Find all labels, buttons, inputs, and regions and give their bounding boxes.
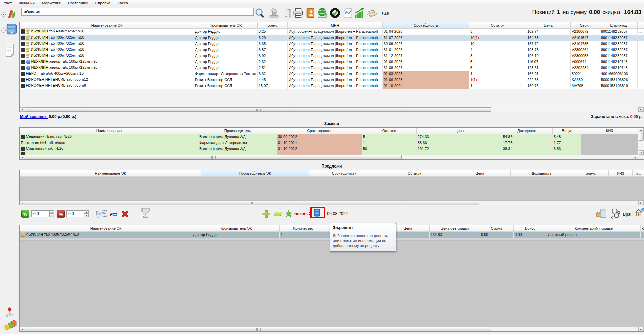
contacts-book-icon[interactable] <box>305 7 316 19</box>
search-icon[interactable] <box>254 7 266 19</box>
step-up-icon[interactable]: ▲ <box>84 210 89 214</box>
bonus-trophy-icon[interactable] <box>140 207 150 219</box>
stats-cubes-icon[interactable] <box>4 318 17 331</box>
column-header[interactable]: Цена <box>417 128 502 134</box>
cabinet-icon[interactable] <box>6 22 18 36</box>
add-plus-icon[interactable] <box>262 210 271 218</box>
column-header[interactable]: Бонус <box>514 225 547 231</box>
column-header[interactable]: Остаток <box>469 22 526 28</box>
cash-f10-label[interactable]: F10 <box>382 11 389 16</box>
discount-percent-input[interactable]: 0,0 <box>31 210 50 217</box>
menu-kassa[interactable]: Касса <box>114 0 132 6</box>
column-header[interactable]: Цена <box>449 170 511 176</box>
favorite-star-icon[interactable] <box>285 210 293 218</box>
column-header[interactable]: Серия <box>571 22 600 28</box>
column-header[interactable]: Производитель ЭК <box>192 225 280 231</box>
column-header[interactable]: Наименование <box>20 128 198 134</box>
table-row[interactable]: ИБУКЛИН юниор таб. 100мг/125мг n20Доктор… <box>20 59 644 65</box>
column-header[interactable]: КИЗ <box>609 170 633 176</box>
column-header[interactable]: Доходность <box>511 170 573 176</box>
scroll-down-icon[interactable] <box>639 150 644 155</box>
table-row[interactable]: Спазмалгон таб. №20Балканфарма-Дупница А… <box>20 146 638 152</box>
column-header[interactable]: Цена без скидки <box>430 225 480 231</box>
column-header[interactable]: Наименование ЭК <box>20 22 194 28</box>
h-scrollbar[interactable] <box>20 327 644 331</box>
stethoscope-icon[interactable] <box>610 208 621 219</box>
step-up-icon[interactable]: ▲ <box>50 210 54 214</box>
printer-icon[interactable] <box>292 7 304 19</box>
table-row[interactable]: НУРОФЕН ИНТЕНСИВ таб п/об n12Рекитт Бенк… <box>20 77 644 83</box>
stamp-icon[interactable] <box>268 7 280 19</box>
archive-radio[interactable] <box>1 28 6 33</box>
cash-register-icon[interactable] <box>366 7 378 19</box>
chart-document-icon[interactable] <box>342 7 354 19</box>
scroll-right-icon[interactable] <box>633 155 638 159</box>
column-header[interactable]: Срок годности <box>277 128 362 134</box>
column-header[interactable]: Производитель <box>198 128 277 134</box>
menu-postavshik[interactable]: Поставщик <box>64 0 92 6</box>
pin-icon[interactable] <box>5 307 15 317</box>
column-header[interactable] <box>638 22 644 28</box>
scroll-right-icon[interactable] <box>638 201 644 205</box>
table-row[interactable]: Пенталгин №4 таб. п/пл/оФармстандарт Лек… <box>20 140 638 146</box>
h-scrollbar[interactable] <box>20 155 638 159</box>
scroll-left-icon[interactable] <box>20 327 25 331</box>
v-scrollbar[interactable] <box>638 128 644 155</box>
table-row[interactable]: ИБУКЛИН таб 400мг/325мг n10Доктор Реддис… <box>20 35 644 41</box>
column-header[interactable]: Остаток <box>362 128 417 134</box>
sync-check-icon[interactable] <box>329 7 341 19</box>
table-row[interactable]: ИБУКЛИН таб 400мг/325мг n10Доктор Реддис… <box>20 53 644 59</box>
wallet-link[interactable]: Мой кошелек: <box>20 114 48 119</box>
scroll-left-icon[interactable] <box>20 201 25 205</box>
receipt-date[interactable]: 06.08.2024 <box>327 211 348 216</box>
scroll-thumb[interactable] <box>25 201 479 205</box>
column-header[interactable]: Бонус <box>573 170 609 176</box>
column-header[interactable]: Штрихкод <box>600 22 638 28</box>
card-f11-label[interactable]: F11 <box>110 212 117 217</box>
column-header[interactable]: Наименование ЭК <box>20 170 201 176</box>
eprescription-icon[interactable] <box>314 209 321 217</box>
discount-card-icon[interactable] <box>96 209 108 218</box>
table-row[interactable]: ИБУКЛИН таб 400мг/325мг n10Доктор Реддис… <box>20 41 644 47</box>
scroll-right-icon[interactable] <box>638 107 644 112</box>
globe-icon[interactable] <box>317 7 328 19</box>
menu-marketing[interactable]: Маркетинг <box>38 0 64 6</box>
column-header[interactable]: МНН <box>288 22 383 28</box>
table-row[interactable]: ИБУКЛИН таб 400мг/325мг n10Доктор Реддис… <box>20 28 644 35</box>
column-header[interactable]: л... <box>633 170 644 176</box>
documents-icon[interactable] <box>282 7 293 19</box>
h-scrollbar[interactable] <box>20 200 644 205</box>
table-row[interactable]: НУРОФЕН ИНТЕНСИВ таб п/об n6Рекитт Бенки… <box>20 83 644 89</box>
h-scrollbar[interactable] <box>20 107 644 112</box>
column-header[interactable]: Сумма <box>480 225 514 231</box>
column-header[interactable]: Срок годности <box>383 22 469 28</box>
scroll-thumb[interactable] <box>25 327 491 331</box>
column-header[interactable]: Доходность <box>502 128 553 134</box>
scroll-up-icon[interactable] <box>639 128 644 132</box>
column-header[interactable]: Наименование ЭК <box>20 225 192 231</box>
column-header[interactable]: Цена <box>526 22 571 28</box>
scroll-right-icon[interactable] <box>638 327 644 331</box>
column-header[interactable]: Бонус <box>553 128 581 134</box>
markup-percent-stepper[interactable]: ▲ ▼ <box>84 210 89 217</box>
scroll-left-icon[interactable] <box>20 107 25 112</box>
doctor-label[interactable]: Врач <box>623 212 632 217</box>
menu-funkcii[interactable]: Функции <box>16 0 38 6</box>
column-header[interactable]: Бонус <box>258 22 288 28</box>
catalog-radio[interactable] <box>1 12 6 17</box>
scroll-thumb[interactable] <box>25 107 491 112</box>
table-row[interactable]: НЕКСТ таб п/об 400мг+200мг n10Фармстанда… <box>20 71 644 77</box>
table-row[interactable]: Седальгин Плюс таб. №20Балканфарма-Дупни… <box>20 134 638 140</box>
step-down-icon[interactable]: ▼ <box>84 214 89 217</box>
table-row[interactable]: ИБУКЛИН таб 400мг/325мг n10Доктор Реддис… <box>20 47 644 53</box>
column-header[interactable]: К <box>641 225 644 231</box>
column-header[interactable]: Комментарий к скидке <box>547 225 641 231</box>
markup-percent-input[interactable]: 0,0 <box>66 210 84 217</box>
home-wifi-icon[interactable] <box>634 207 644 218</box>
search-input[interactable] <box>21 8 254 16</box>
package-folder-icon[interactable] <box>596 208 607 218</box>
menu-uchet[interactable]: Учет <box>0 0 16 6</box>
discount-percent-stepper[interactable]: ▲ ▼ <box>50 210 54 217</box>
scroll-left-icon[interactable] <box>20 155 25 159</box>
eraser-icon[interactable] <box>273 211 283 218</box>
